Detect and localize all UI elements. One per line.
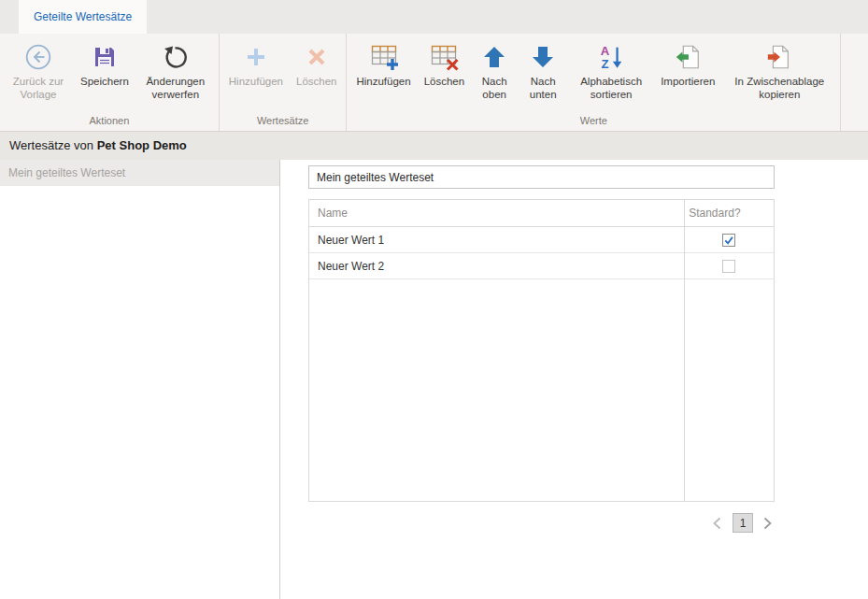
back-circle-icon (24, 41, 52, 73)
plus-icon (244, 41, 268, 73)
value-name-cell: Neuer Wert 2 (309, 260, 683, 273)
next-page-button[interactable] (761, 516, 775, 531)
tab-geteilte-wertesaetze[interactable]: Geteilte Wertesätze (19, 0, 147, 34)
arrow-down-icon (532, 41, 554, 73)
undo-icon (163, 41, 188, 73)
standard-checkbox[interactable] (722, 260, 735, 273)
previous-page-button[interactable] (711, 516, 724, 531)
back-to-template-button[interactable]: Zurück zur Vorlage (3, 38, 74, 105)
button-label: Nach oben (477, 76, 511, 102)
value-set-list-panel: Mein geteiltes Werteset (0, 160, 280, 599)
svg-text:A: A (601, 44, 610, 58)
ribbon-tab-strip: Geteilte Wertesätze (0, 0, 868, 34)
save-icon (92, 41, 117, 73)
delete-x-icon (305, 41, 329, 73)
button-label: Hinzufügen (356, 76, 410, 89)
ribbon: Zurück zur Vorlage Speichern (0, 34, 868, 132)
move-up-button[interactable]: Nach oben (471, 38, 518, 105)
discard-changes-button[interactable]: Änderungen verwerfen (135, 38, 216, 105)
button-label: Änderungen verwerfen (142, 76, 209, 102)
sidebar-item-value-set[interactable]: Mein geteiltes Werteset (0, 160, 279, 186)
group-label-werte: Werte (349, 113, 837, 131)
group-label-wertesaetze: Wertesätze (222, 113, 344, 131)
button-label: Löschen (424, 76, 464, 89)
sort-alphabetically-button[interactable]: A Z Alphabetisch sortieren (568, 38, 654, 105)
standard-checkbox[interactable] (722, 234, 735, 247)
button-label: Löschen (296, 76, 336, 89)
pagination: 1 (308, 513, 775, 533)
chevron-left-icon (711, 516, 723, 531)
delete-value-set-button[interactable]: Löschen (290, 38, 343, 92)
delete-value-button[interactable]: Löschen (418, 38, 471, 92)
button-label: Hinzufügen (229, 76, 283, 89)
arrow-up-icon (483, 41, 505, 73)
add-value-set-button[interactable]: Hinzufügen (222, 38, 290, 92)
button-label: Speichern (80, 76, 129, 89)
button-label: In Zwischenablage kopieren (728, 76, 831, 102)
move-down-button[interactable]: Nach unten (518, 38, 568, 105)
ribbon-group-aktionen: Zurück zur Vorlage Speichern (0, 34, 220, 131)
column-divider (684, 200, 685, 501)
sort-az-icon: A Z (597, 41, 625, 73)
value-set-editor: Name Standard? Neuer Wert 1 Neuer Wert 2 (281, 160, 868, 599)
app-window: Geteilte Wertesätze Zurück zur Vorlage (0, 0, 868, 599)
copy-to-clipboard-button[interactable]: In Zwischenablage kopieren (721, 38, 837, 105)
group-label-aktionen: Aktionen (3, 113, 216, 131)
check-icon (723, 235, 734, 246)
table-header-row: Name Standard? (309, 200, 774, 227)
svg-text:Z: Z (602, 57, 609, 71)
add-value-button[interactable]: Hinzufügen (349, 38, 417, 92)
import-icon (674, 41, 702, 73)
button-label: Alphabetisch sortieren (575, 76, 647, 102)
ribbon-group-wertesaetze: Hinzufügen Löschen Wertesätze (220, 34, 348, 131)
value-set-name-input[interactable] (308, 165, 775, 189)
import-button[interactable]: Importieren (654, 38, 721, 92)
button-label: Nach unten (524, 76, 562, 102)
breadcrumb-prefix: Wertesätze von (9, 138, 97, 152)
save-button[interactable]: Speichern (74, 38, 135, 92)
chevron-right-icon (761, 516, 774, 531)
table-row[interactable]: Neuer Wert 2 (309, 253, 774, 279)
table-add-icon (369, 41, 399, 73)
breadcrumb-target: Pet Shop Demo (97, 138, 187, 152)
column-header-standard: Standard? (683, 207, 774, 220)
breadcrumb: Wertesätze von Pet Shop Demo (0, 132, 868, 160)
button-label: Importieren (661, 76, 715, 89)
column-header-name: Name (309, 207, 683, 220)
table-delete-icon (429, 41, 459, 73)
page-number-button[interactable]: 1 (733, 513, 753, 533)
values-table: Name Standard? Neuer Wert 1 Neuer Wert 2 (308, 199, 775, 502)
copy-to-clipboard-icon (765, 41, 793, 73)
button-label: Zurück zur Vorlage (9, 76, 67, 102)
value-name-cell: Neuer Wert 1 (309, 234, 683, 247)
ribbon-group-werte: Hinzufügen (347, 34, 841, 131)
table-row[interactable]: Neuer Wert 1 (309, 227, 774, 253)
